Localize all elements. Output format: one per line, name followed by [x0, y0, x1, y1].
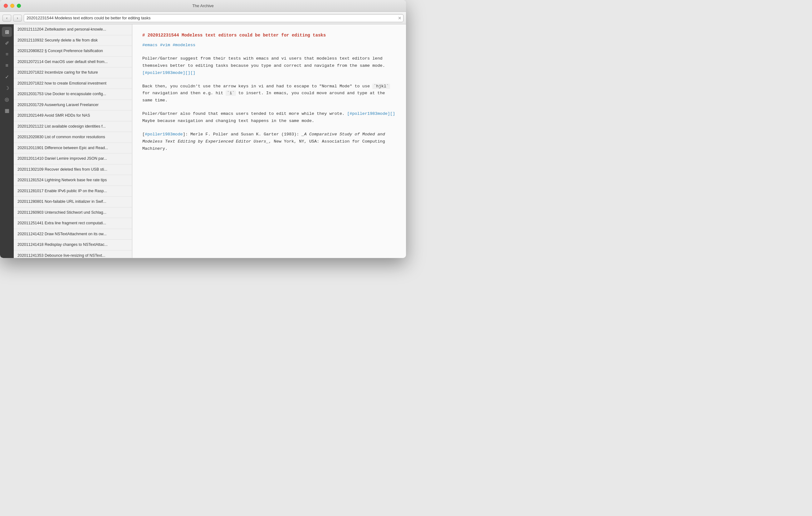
titlebar: The Archive — [0, 0, 406, 12]
ref-link-3[interactable]: #poller1983mode — [145, 132, 183, 136]
file-list-item[interactable]: 202012110932 Securely delete a file from… — [14, 35, 132, 46]
main-content: ⊞ ✐ ⌗ ≡ ✓ ☽ ◎ ▦ 202012111204 Zettelkaste… — [0, 24, 406, 258]
file-list-item[interactable]: 202011241418 Redisplay changes to NSText… — [14, 240, 132, 250]
sidebar-icon-grid[interactable]: ⊞ — [2, 27, 12, 37]
doc-title: # 202012231544 Modeless text editors cou… — [142, 32, 396, 39]
sidebar-icon-layers[interactable]: ≡ — [2, 61, 12, 70]
file-list-item[interactable]: 202012011901 Difference between Epic and… — [14, 143, 132, 154]
sidebar-icon-moon[interactable]: ☽ — [2, 83, 12, 93]
ref-link-1[interactable]: [#poller1983mode][][] — [142, 70, 195, 75]
toolbar: ‹ › ✕ — [0, 12, 406, 24]
file-list-item[interactable]: 202012021122 List available codesign ide… — [14, 121, 132, 132]
file-list-item[interactable]: 202011251441 Extra line fragment rect co… — [14, 218, 132, 229]
search-wrapper: ✕ — [24, 14, 404, 22]
sidebar-icon-tag[interactable]: ⌗ — [2, 49, 12, 59]
sidebar-icon-calendar[interactable]: ▦ — [2, 105, 12, 115]
file-list-item[interactable]: 202011260903 Unterschied Stichwort und S… — [14, 208, 132, 218]
paragraph-3: Poller/Gartner also found that emacs use… — [142, 111, 396, 125]
paragraph-4: [#poller1983mode]: Merle F. Poller and S… — [142, 131, 396, 153]
sidebar-icon-camera[interactable]: ◎ — [2, 94, 12, 104]
editor-area[interactable]: # 202012231544 Modeless text editors cou… — [132, 24, 406, 258]
file-list-item[interactable]: 202012021449 Avoid SMR HDDs for NAS — [14, 111, 132, 121]
file-list-item[interactable]: 202012111204 Zettelkasten and personal-k… — [14, 24, 132, 35]
tag-modeless[interactable]: #modeless — [173, 43, 195, 48]
inline-code-i: `i` — [226, 90, 236, 96]
file-list-item[interactable]: 202012080822 § Concept Preference falsif… — [14, 46, 132, 57]
window-title: The Archive — [192, 3, 214, 8]
maximize-button[interactable] — [17, 4, 21, 8]
file-list-item[interactable]: 202012011410 Daniel Lemire improved JSON… — [14, 153, 132, 164]
file-list-item[interactable]: 202011241422 Draw NSTextAttachment on it… — [14, 229, 132, 240]
file-list-item[interactable]: 202011302109 Recover deleted files from … — [14, 164, 132, 175]
inline-code-hjkl: `hjkl` — [372, 84, 390, 89]
ref-link-2[interactable]: [#poller1983mode][] — [347, 111, 395, 116]
sidebar-icon-check[interactable]: ✓ — [2, 72, 12, 82]
file-list-item[interactable]: 202011241353 Debounce live-resizing of N… — [14, 250, 132, 258]
sidebar-icon-pen[interactable]: ✐ — [2, 38, 12, 48]
paragraph-1: Poller/Gartner suggest from their tests … — [142, 55, 396, 77]
traffic-lights — [4, 4, 21, 8]
doc-tags: #emacs #vim #modeless — [142, 42, 396, 49]
file-list-item[interactable]: 202012071822 how to create Emotional inv… — [14, 78, 132, 89]
minimize-button[interactable] — [10, 4, 14, 8]
file-list-item[interactable]: 202011281524 Lightning Network base fee … — [14, 175, 132, 186]
file-list: 202012111204 Zettelkasten and personal-k… — [14, 24, 132, 258]
forward-button[interactable]: › — [13, 15, 22, 22]
tag-vim[interactable]: #vim — [160, 43, 170, 48]
file-list-item[interactable]: 202012031729 Auswertung Laravel Freelanc… — [14, 100, 132, 111]
search-input[interactable] — [24, 14, 404, 22]
paragraph-2: Back then, you couldn't use the arrow ke… — [142, 83, 396, 104]
file-list-item[interactable]: 202011280801 Non-failable URL initialize… — [14, 196, 132, 208]
app-window: The Archive ‹ › ✕ ⊞ ✐ ⌗ ≡ ✓ ☽ ◎ ▦ 202012… — [0, 0, 406, 258]
file-list-item[interactable]: 202012071822 Incentivize caring for the … — [14, 67, 132, 78]
icon-sidebar: ⊞ ✐ ⌗ ≡ ✓ ☽ ◎ ▦ — [0, 24, 14, 258]
close-button[interactable] — [4, 4, 8, 8]
search-clear-button[interactable]: ✕ — [398, 16, 402, 21]
tag-emacs[interactable]: #emacs — [142, 43, 157, 48]
file-list-item[interactable]: 202012031753 Use Docker to encapsulate c… — [14, 89, 132, 100]
file-list-item[interactable]: 202011281017 Enable IPv6 public IP on th… — [14, 186, 132, 197]
file-list-item[interactable]: 202012020830 List of common monitor reso… — [14, 132, 132, 143]
back-button[interactable]: ‹ — [2, 15, 11, 22]
file-list-item[interactable]: 202012072114 Get macOS user default shel… — [14, 57, 132, 68]
